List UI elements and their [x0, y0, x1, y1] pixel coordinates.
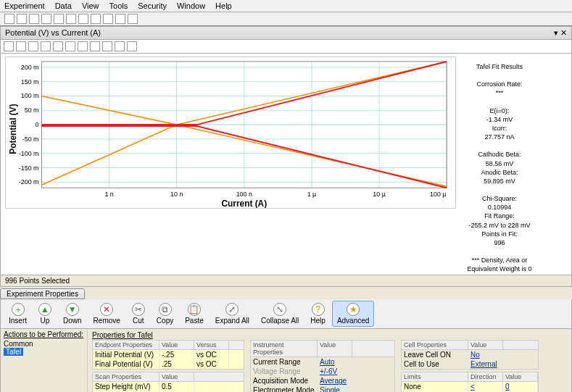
tree-root[interactable]: Common: [4, 338, 84, 348]
menu-experiment[interactable]: Experiment: [4, 1, 45, 10]
group-limits: LimitsDirectionValueNone<0None<0: [401, 372, 539, 392]
prop-row[interactable]: Cell to UseExternal: [402, 359, 538, 369]
props-btn-down[interactable]: ▼Down: [58, 301, 87, 327]
chart-tool-icon[interactable]: [102, 41, 112, 51]
chart-tool-icon[interactable]: [16, 41, 26, 51]
props-btn-cut[interactable]: ✂Cut: [127, 301, 150, 327]
chart-tool-icon[interactable]: [41, 41, 51, 51]
menu-security[interactable]: Security: [138, 1, 167, 10]
chart-tool-icon[interactable]: [78, 41, 88, 51]
chart-panel-header: Potential (V) vs Current (A) ▾ ✕: [0, 26, 572, 40]
toolbar-icon[interactable]: [66, 14, 76, 24]
prop-row[interactable]: Final Potential (V).25vs OC: [93, 359, 244, 369]
chart-panel-close[interactable]: ▾ ✕: [554, 28, 567, 38]
toolbar-icon[interactable]: [91, 14, 101, 24]
chart-tool-icon[interactable]: [90, 41, 100, 51]
props-btn-up[interactable]: ▲Up: [33, 301, 57, 327]
svg-text:1 µ: 1 µ: [307, 191, 317, 198]
tree-header: Actions to be Performed:: [4, 330, 84, 338]
x-axis-label: Current (A): [221, 199, 267, 209]
props-btn-expand-all[interactable]: ⤢Expand All: [210, 301, 254, 327]
svg-text:-200 m: -200 m: [19, 178, 39, 185]
svg-text:0: 0: [36, 121, 39, 128]
chart-tool-icon[interactable]: [115, 41, 125, 51]
chart-tool-icon[interactable]: [28, 41, 38, 51]
svg-text:10 µ: 10 µ: [373, 191, 386, 198]
toolbar-icon[interactable]: [103, 14, 113, 24]
tafel-chart[interactable]: 200 m 150 m 100 m 50 m 0 -50 m -100 m -1…: [5, 57, 456, 209]
props-btn-remove[interactable]: ✕Remove: [88, 301, 125, 327]
points-selected: 996 Points Selected: [0, 275, 572, 287]
menu-help[interactable]: Help: [215, 1, 232, 10]
svg-text:-150 m: -150 m: [19, 164, 39, 172]
props-btn-insert[interactable]: ＋Insert: [4, 301, 32, 327]
prop-row[interactable]: None<0: [402, 382, 538, 391]
main-toolbar: [0, 12, 572, 26]
svg-text:-50 m: -50 m: [22, 135, 39, 143]
toolbar-icon[interactable]: [4, 14, 14, 24]
properties-panel: ＋Insert▲Up▼Down✕Remove✂Cut⧉Copy📋Paste⤢Ex…: [0, 299, 572, 392]
props-btn-help[interactable]: ?Help: [305, 301, 331, 327]
prop-row[interactable]: Electrometer ModeSingle Ended: [251, 385, 394, 392]
svg-text:200 m: 200 m: [21, 64, 39, 71]
tree-item-tafel[interactable]: Tafel: [4, 348, 23, 356]
toolbar-icon[interactable]: [115, 14, 125, 24]
chart-tool-icon[interactable]: [4, 41, 14, 51]
chart-area: 200 m 150 m 100 m 50 m 0 -50 m -100 m -1…: [0, 54, 572, 275]
svg-text:10 n: 10 n: [170, 191, 183, 198]
group-cell-properties: Cell PropertiesValueLeave Cell ONNoCell …: [401, 340, 539, 370]
props-btn-copy[interactable]: ⧉Copy: [152, 301, 178, 327]
properties-for-tafel: Properties for Tafel Endpoint Properties…: [88, 329, 571, 392]
prop-row[interactable]: Step Height (mV)0.5: [93, 382, 244, 391]
chart-tool-icon[interactable]: [65, 41, 75, 51]
toolbar-icon[interactable]: [54, 14, 64, 24]
svg-text:100 µ: 100 µ: [430, 191, 446, 198]
chart-toolbar: [4, 41, 568, 51]
menu-tools[interactable]: Tools: [109, 1, 128, 10]
chart-tool-icon[interactable]: [127, 41, 137, 51]
group-scan-properties: Scan PropertiesValueStep Height (mV)0.5S…: [92, 372, 244, 392]
prop-row[interactable]: Initial Potential (V)-.25vs OC: [93, 350, 244, 359]
prop-row[interactable]: Leave Cell ONNo: [402, 350, 538, 359]
chart-panel-title: Potential (V) vs Current (A): [5, 28, 101, 38]
menu-data[interactable]: Data: [55, 1, 72, 10]
tab-experiment-properties[interactable]: Experiment Properties: [0, 288, 85, 299]
menu-bar: Experiment Data View Tools Security Wind…: [0, 0, 572, 12]
svg-text:1 n: 1 n: [104, 191, 113, 198]
chart-tool-icon[interactable]: [53, 41, 63, 51]
menu-window[interactable]: Window: [177, 1, 205, 10]
toolbar-icon[interactable]: [128, 14, 138, 24]
svg-text:100 n: 100 n: [236, 191, 252, 198]
tafel-results: Tafel Fit Results Corrosion Rate:*** E(i…: [456, 57, 543, 273]
prop-row[interactable]: Current RangeAuto: [251, 357, 394, 367]
menu-view[interactable]: View: [82, 1, 99, 10]
svg-text:50 m: 50 m: [25, 107, 39, 114]
properties-toolbar: ＋Insert▲Up▼Down✕Remove✂Cut⧉Copy📋Paste⤢Ex…: [1, 299, 571, 329]
svg-text:-100 m: -100 m: [19, 150, 39, 157]
group-endpoint-properties: Endpoint PropertiesValueVersusInitial Po…: [92, 340, 244, 370]
props-btn-advanced[interactable]: ★Advanced: [332, 301, 374, 327]
properties-title: Properties for Tafel: [92, 330, 567, 340]
prop-row[interactable]: Voltage Range+/-6V: [251, 367, 394, 376]
toolbar-icon[interactable]: [17, 14, 27, 24]
toolbar-icon[interactable]: [29, 14, 39, 24]
svg-text:100 m: 100 m: [21, 92, 39, 99]
props-btn-paste[interactable]: 📋Paste: [180, 301, 209, 327]
actions-tree[interactable]: Actions to be Performed: Common Tafel: [1, 329, 88, 392]
y-axis-label: Potential (V): [8, 104, 18, 154]
svg-text:150 m: 150 m: [21, 78, 39, 86]
prop-row[interactable]: Acquisition ModeAverage: [251, 376, 394, 385]
toolbar-icon[interactable]: [41, 14, 51, 24]
toolbar-icon[interactable]: [78, 14, 88, 24]
props-btn-collapse-all[interactable]: ⤡Collapse All: [256, 301, 304, 327]
group-instrument-properties: Instrument PropertiesValueCurrent RangeA…: [250, 340, 395, 392]
